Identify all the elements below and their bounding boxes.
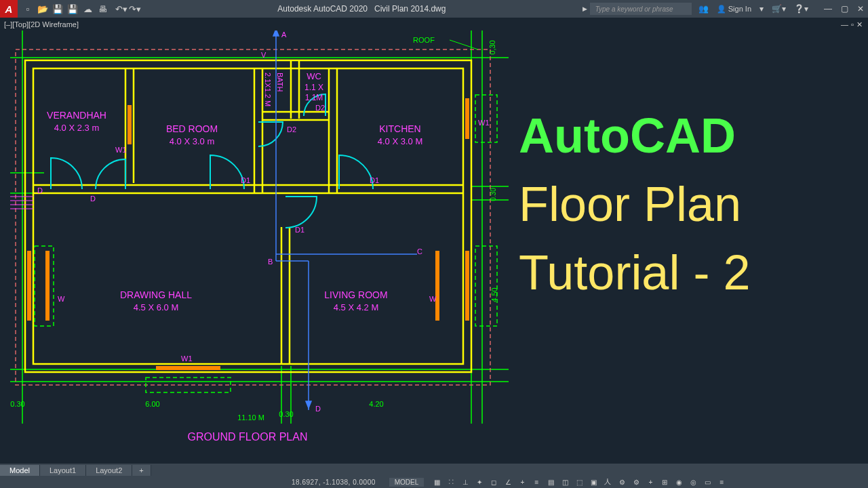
svg-text:1.1M: 1.1M	[305, 93, 323, 102]
roof-label: ROOF	[413, 36, 435, 44]
bottom-bar: Model Layout1 Layout2 + 18.6927, -1.1038…	[0, 464, 868, 488]
isolate-icon[interactable]: ◎	[687, 476, 699, 487]
title-right: 👥 👤 Sign In ▾ 🛒▾ ❔▾	[692, 4, 815, 14]
svg-text:6.00: 6.00	[145, 400, 159, 408]
viewport-label[interactable]: [–][Top][2D Wireframe]	[4, 20, 79, 28]
hwa-icon[interactable]: ◉	[673, 476, 685, 487]
overlay-line3: Tutorial - 2	[519, 239, 844, 307]
svg-text:W: W	[58, 295, 65, 303]
web-icon[interactable]: ☁	[81, 3, 94, 15]
tab-layout2[interactable]: Layout2	[86, 465, 132, 476]
window-title: Autodesk AutoCAD 2020 Civil Plan 2014.dw…	[141, 4, 583, 14]
svg-text:DRAWING HALL: DRAWING HALL	[120, 289, 192, 300]
saveas-icon[interactable]: 💾	[66, 3, 79, 15]
plan-title: GROUND FLOOR PLAN	[188, 431, 308, 443]
svg-text:V: V	[261, 51, 267, 59]
signin-link[interactable]: 👤 Sign In	[717, 5, 751, 14]
snap-icon[interactable]: ⸬	[445, 476, 457, 487]
undo-icon[interactable]: ↶▾	[115, 4, 127, 14]
doc-maximize-icon[interactable]: ▫	[851, 20, 854, 29]
svg-text:D1: D1	[370, 176, 379, 184]
annovisibility-icon[interactable]: ⚙	[616, 476, 628, 487]
stay-connected-icon[interactable]: 👥	[698, 4, 709, 14]
autocad-logo-icon[interactable]: A	[0, 0, 18, 18]
minimize-icon[interactable]: —	[821, 4, 835, 14]
svg-text:BED ROOM: BED ROOM	[166, 123, 218, 134]
close-icon[interactable]: ✕	[853, 4, 868, 14]
search-arrow-icon: ▶	[583, 5, 590, 12]
model-space-button[interactable]: MODEL	[389, 478, 425, 487]
svg-text:W1: W1	[181, 354, 193, 363]
layout-tabs: Model Layout1 Layout2 +	[0, 465, 151, 476]
svg-line-12	[450, 40, 478, 49]
plot-icon[interactable]: 🖶	[96, 3, 108, 15]
cleanscreen-icon[interactable]: ▭	[701, 476, 713, 487]
doc-minimize-icon[interactable]: —	[841, 20, 848, 29]
svg-rect-46	[35, 246, 54, 326]
svg-text:BATH: BATH	[276, 73, 284, 92]
tab-layout1[interactable]: Layout1	[40, 465, 86, 476]
doc-close-icon[interactable]: ✕	[856, 20, 863, 29]
svg-text:D2: D2	[315, 104, 325, 112]
units-icon[interactable]: ⊞	[658, 476, 671, 487]
app-store-icon[interactable]: 🛒▾	[772, 4, 786, 14]
stairs	[10, 197, 33, 209]
transparency-icon[interactable]: ▤	[545, 476, 557, 487]
svg-text:11.10 M: 11.10 M	[237, 413, 264, 422]
svg-text:1.1 X: 1.1 X	[304, 83, 323, 92]
svg-text:B: B	[268, 258, 273, 266]
svg-text:LIVING ROOM: LIVING ROOM	[324, 289, 387, 300]
save-icon[interactable]: 💾	[52, 3, 64, 15]
workspace-icon[interactable]: ⚙	[630, 476, 642, 487]
floor-plan-drawing: ROOF	[10, 30, 509, 444]
annoscale-icon[interactable]: 人	[601, 476, 614, 487]
search-input[interactable]: Type a keyword or phrase	[590, 3, 692, 15]
svg-text:4.5 X 6.0 M: 4.5 X 6.0 M	[134, 302, 178, 312]
svg-text:0,30: 0,30	[488, 40, 496, 54]
redo-icon[interactable]: ↷▾	[129, 4, 141, 14]
section-lines	[273, 30, 417, 410]
open-icon[interactable]: 📂	[37, 3, 49, 15]
outer-walls	[25, 60, 471, 372]
exchange-icon[interactable]: ▾	[760, 4, 764, 14]
svg-text:4.20: 4.20	[369, 400, 383, 408]
customize-icon[interactable]: ≡	[715, 476, 728, 487]
dyn-icon[interactable]: +	[516, 476, 528, 487]
svg-rect-44	[475, 246, 497, 326]
3dosnap-icon[interactable]: ⬚	[573, 476, 585, 487]
new-icon[interactable]: ▫	[22, 3, 34, 15]
otrack-icon[interactable]: ∠	[502, 476, 514, 487]
svg-text:0.30: 0.30	[279, 410, 293, 418]
ortho-icon[interactable]: ⊥	[459, 476, 471, 487]
svg-text:4.0 X 3.0 M: 4.0 X 3.0 M	[378, 136, 422, 146]
help-icon[interactable]: ❔▾	[794, 4, 808, 14]
svg-text:4.0 X 2.3 m: 4.0 X 2.3 m	[54, 123, 99, 133]
grid-icon[interactable]: ▦	[431, 476, 443, 487]
svg-text:VERANDHAH: VERANDHAH	[47, 110, 106, 121]
tab-model[interactable]: Model	[0, 465, 40, 476]
svg-text:D1: D1	[295, 226, 304, 234]
lwt-icon[interactable]: ≡	[530, 476, 542, 487]
quickprops-icon[interactable]: ▣	[587, 476, 599, 487]
annomonitor-icon[interactable]: +	[644, 476, 656, 487]
overlay-line1: AutoCAD	[519, 102, 844, 170]
window-projections	[35, 95, 497, 392]
svg-text:4.0 X 3.0 m: 4.0 X 3.0 m	[170, 136, 214, 146]
tab-add[interactable]: +	[132, 465, 151, 476]
window-controls: — ▢ ✕	[815, 4, 868, 14]
osnap-icon[interactable]: ◻	[488, 476, 500, 487]
overlay-line2: Floor Plan	[519, 170, 844, 239]
polar-icon[interactable]: ✦	[473, 476, 486, 487]
svg-text:D2: D2	[287, 125, 296, 134]
svg-rect-13	[25, 60, 471, 372]
svg-text:W: W	[429, 295, 437, 303]
drawing-canvas[interactable]: ROOF	[0, 30, 868, 464]
document-window-controls: — ▫ ✕	[841, 20, 863, 29]
quick-access-toolbar: ▫ 📂 💾 💾 ☁ 🖶	[18, 3, 113, 15]
svg-text:KITCHEN: KITCHEN	[379, 123, 420, 134]
svg-text:D1: D1	[241, 176, 250, 184]
maximize-icon[interactable]: ▢	[837, 4, 852, 14]
svg-text:A: A	[281, 30, 287, 39]
cycling-icon[interactable]: ◫	[559, 476, 571, 487]
room-labels: VERANDHAH 4.0 X 2.3 m BED ROOM 4.0 X 3.0…	[47, 71, 422, 312]
